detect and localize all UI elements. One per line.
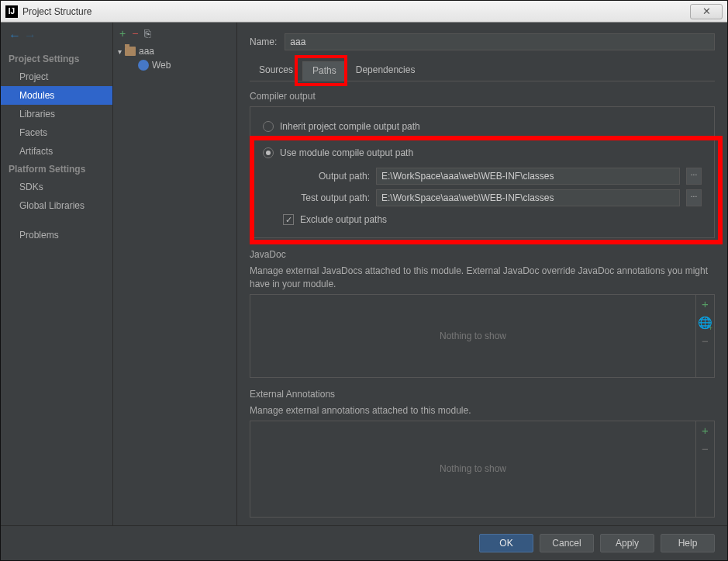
dialog-footer: OK Cancel Apply Help xyxy=(1,525,727,560)
javadoc-add-url-button[interactable]: 🌐 xyxy=(696,313,714,332)
check-icon: ✓ xyxy=(283,214,294,225)
module-tree: + − ⎘ aaa Web xyxy=(113,23,237,525)
compiler-output-heading: Compiler output xyxy=(250,91,715,102)
radio-inherit[interactable]: Inherit project compile output path xyxy=(263,118,702,135)
tree-node-label: aaa xyxy=(139,46,154,57)
copy-module-icon[interactable]: ⎘ xyxy=(144,27,150,40)
javadoc-description: Manage external JavaDocs attached to thi… xyxy=(250,265,715,291)
compiler-output-panel: Inherit project compile output path Use … xyxy=(250,106,715,238)
sidebar-item-problems[interactable]: Problems xyxy=(1,226,112,244)
radio-module[interactable]: Use module compile output path xyxy=(263,144,702,161)
tree-toolbar: + − ⎘ xyxy=(113,23,236,44)
output-browse-button[interactable]: ... xyxy=(686,168,702,185)
test-output-path-input[interactable] xyxy=(376,189,680,206)
tab-dependencies[interactable]: Dependencies xyxy=(347,61,425,81)
sidebar-item-libraries[interactable]: Libraries xyxy=(1,105,112,123)
module-name-input[interactable] xyxy=(285,33,715,50)
content-area: ← → Project Settings Project Modules Lib… xyxy=(1,23,727,525)
test-output-browse-button[interactable]: ... xyxy=(686,189,702,206)
output-path-input[interactable] xyxy=(376,168,680,185)
radio-icon xyxy=(263,147,274,158)
sidebar-item-sdks[interactable]: SDKs xyxy=(1,178,112,196)
nav-forward-icon[interactable]: → xyxy=(24,29,36,43)
javadoc-remove-button[interactable]: − xyxy=(696,332,714,351)
app-icon: IJ xyxy=(5,5,18,18)
name-label: Name: xyxy=(250,36,277,47)
main-panel: Name: Sources Paths Dependencies Compile… xyxy=(237,23,727,525)
sidebar-item-modules[interactable]: Modules xyxy=(1,86,112,105)
exclude-output-checkbox[interactable]: ✓ Exclude output paths xyxy=(283,214,702,225)
tree-node-web[interactable]: Web xyxy=(113,58,236,72)
titlebar[interactable]: IJ Project Structure ✕ xyxy=(1,1,727,23)
remove-module-icon[interactable]: − xyxy=(132,27,138,40)
window-title: Project Structure xyxy=(22,6,690,17)
output-path-label: Output path: xyxy=(283,171,370,182)
sidebar-item-facets[interactable]: Facets xyxy=(1,123,112,142)
project-structure-window: IJ Project Structure ✕ ← → Project Setti… xyxy=(0,0,728,561)
module-tabs: Sources Paths Dependencies xyxy=(250,61,715,81)
extann-remove-button[interactable]: − xyxy=(696,440,714,459)
web-icon xyxy=(138,60,149,71)
nav-back-icon[interactable]: ← xyxy=(9,29,21,43)
add-module-icon[interactable]: + xyxy=(119,27,126,40)
javadoc-add-button[interactable]: + xyxy=(696,295,714,313)
settings-sidebar: ← → Project Settings Project Modules Lib… xyxy=(1,23,113,525)
javadoc-list[interactable]: Nothing to show + 🌐 − xyxy=(250,294,715,378)
tab-sources[interactable]: Sources xyxy=(250,61,302,81)
radio-inherit-label: Inherit project compile output path xyxy=(280,121,420,132)
sidebar-item-artifacts[interactable]: Artifacts xyxy=(1,142,112,161)
external-annotations-heading: External Annotations xyxy=(250,389,715,400)
javadoc-heading: JavaDoc xyxy=(250,249,715,260)
javadoc-empty-text: Nothing to show xyxy=(250,295,695,377)
extann-add-button[interactable]: + xyxy=(696,421,714,440)
tab-paths[interactable]: Paths xyxy=(302,61,347,81)
radio-module-label: Use module compile output path xyxy=(280,147,413,158)
radio-icon xyxy=(263,121,274,132)
module-icon xyxy=(125,47,136,56)
exclude-output-label: Exclude output paths xyxy=(300,214,387,225)
ok-button[interactable]: OK xyxy=(479,534,533,552)
help-button[interactable]: Help xyxy=(661,534,715,552)
project-settings-heading: Project Settings xyxy=(1,50,112,68)
test-output-path-label: Test output path: xyxy=(283,192,370,203)
tree-child-label: Web xyxy=(152,60,171,71)
cancel-button[interactable]: Cancel xyxy=(540,534,594,552)
sidebar-item-global-libraries[interactable]: Global Libraries xyxy=(1,196,112,215)
apply-button[interactable]: Apply xyxy=(600,534,654,552)
sidebar-item-project[interactable]: Project xyxy=(1,68,112,86)
external-annotations-description: Manage external annotations attached to … xyxy=(250,404,715,417)
close-icon[interactable]: ✕ xyxy=(690,4,723,19)
extann-empty-text: Nothing to show xyxy=(250,421,695,517)
external-annotations-list[interactable]: Nothing to show + − xyxy=(250,421,715,518)
tree-node-module[interactable]: aaa xyxy=(113,44,236,58)
platform-settings-heading: Platform Settings xyxy=(1,161,112,178)
